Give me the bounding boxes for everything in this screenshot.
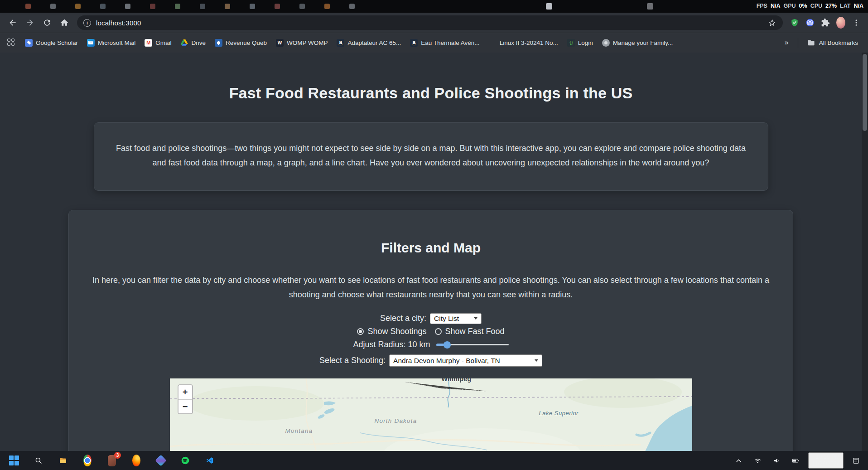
tab-favicon[interactable]	[275, 4, 280, 9]
tab-favicon[interactable]	[546, 3, 552, 10]
chrome-button[interactable]	[81, 454, 94, 467]
filters-and-map-card: Filters and Map In here, you can filter …	[68, 210, 793, 451]
vscode-button[interactable]	[203, 454, 217, 467]
tab-favicon[interactable]	[150, 4, 155, 9]
tab-favicon[interactable]	[25, 4, 31, 9]
extensions-button[interactable]	[818, 15, 833, 30]
bookmark-label: Microsoft Mail	[98, 39, 135, 46]
taskbar-search-button[interactable]	[32, 454, 45, 467]
bookmark-drive[interactable]: Drive	[177, 37, 210, 49]
browser-menu-button[interactable]	[849, 15, 863, 30]
bookmark-manage-family[interactable]: Manage your Family...	[598, 37, 677, 49]
bookmark-star-icon[interactable]	[768, 19, 776, 27]
page-scrollbar[interactable]	[862, 53, 868, 451]
wifi-indicator[interactable]	[751, 456, 764, 465]
shield-check-icon	[790, 18, 799, 28]
bookmark-microsoft-mail[interactable]: Microsoft Mail	[83, 37, 140, 49]
show-fastfood-radio[interactable]	[435, 328, 442, 335]
tab-favicon[interactable]	[647, 3, 653, 10]
diamond-app-icon	[155, 455, 166, 466]
zoom-in-button[interactable]: +	[178, 385, 192, 399]
leaflet-map[interactable]: Winnipeg North Dakota Lake Superior Mont…	[170, 378, 692, 451]
taskbar-clock[interactable]: 10:19 PM 11/26/2024	[808, 452, 844, 469]
bookmark-linux-course[interactable]: Linux II 3-20241 No...	[485, 37, 562, 49]
page-content: Fast Food Restaurants and Police Shootin…	[0, 84, 862, 451]
radius-label: Adjust Radius: 10 km	[353, 340, 430, 349]
firefox-button[interactable]	[130, 454, 143, 467]
bookmark-login[interactable]: Login	[563, 37, 597, 49]
adblock-extension-button[interactable]	[787, 15, 802, 30]
tab-favicon[interactable]	[200, 4, 205, 9]
react-devtools-extension-button[interactable]	[803, 15, 817, 30]
chevron-down-icon	[535, 359, 538, 362]
revenu-quebec-icon	[215, 39, 222, 47]
site-info-icon[interactable]: i	[83, 19, 91, 27]
file-explorer-button[interactable]	[56, 454, 70, 467]
folder-icon	[807, 39, 815, 47]
battery-indicator[interactable]	[789, 456, 802, 465]
notifying-app-button[interactable]: 3	[105, 454, 119, 467]
zoom-out-button[interactable]: −	[178, 399, 192, 413]
bookmark-revenue-quebec[interactable]: Revenue Queb	[211, 37, 271, 49]
radius-slider[interactable]	[436, 341, 509, 349]
diamond-app-button[interactable]	[154, 454, 168, 467]
tab-favicon[interactable]	[349, 4, 355, 9]
forward-button[interactable]	[22, 15, 38, 31]
page-viewport: Fast Food Restaurants and Police Shootin…	[0, 53, 868, 451]
spotify-button[interactable]	[178, 454, 192, 467]
tab-favicon[interactable]	[175, 4, 180, 9]
bookmark-label: Drive	[192, 39, 206, 46]
bookmark-womp-womp[interactable]: WOMP WOMP	[272, 37, 332, 49]
tab-favicon[interactable]	[299, 4, 305, 9]
back-button[interactable]	[5, 15, 21, 31]
perf-lat-value: N/A	[854, 3, 863, 9]
home-button[interactable]	[56, 15, 72, 31]
tab-favicon[interactable]	[250, 4, 255, 9]
map-tiles	[170, 378, 692, 451]
tab-favicon[interactable]	[75, 4, 81, 9]
bookmark-google-scholar[interactable]: Google Scholar	[21, 37, 82, 49]
bookmark-gmail[interactable]: Gmail	[140, 37, 175, 49]
tab-favicon[interactable]	[324, 4, 330, 9]
bookmarks-overflow-chevron[interactable]: »	[780, 39, 793, 47]
speaker-icon	[773, 457, 781, 465]
page-title: Fast Food Restaurants and Police Shootin…	[0, 84, 862, 102]
reload-icon	[43, 18, 52, 27]
shooting-select-row: Select a Shooting: Andra Devon Murphy - …	[81, 354, 781, 367]
address-bar[interactable]: i localhost:3000	[77, 15, 783, 30]
map-zoom-control: + −	[178, 384, 193, 414]
code-brackets-icon	[567, 39, 575, 47]
taskbar-apps: 3	[7, 454, 217, 467]
map-label-lake-superior: Lake Superior	[539, 410, 579, 417]
all-bookmarks-button[interactable]: All Bookmarks	[803, 37, 863, 49]
shooting-select[interactable]: Andra Devon Murphy - Bolivar, TN	[389, 354, 542, 367]
reload-button[interactable]	[39, 15, 55, 31]
notification-center-button[interactable]	[849, 456, 863, 465]
bookmarks-divider	[798, 38, 798, 48]
bookmark-label: Gmail	[155, 39, 171, 46]
pinned-tab-favicons[interactable]	[25, 4, 355, 9]
url-text[interactable]: localhost:3000	[96, 19, 141, 27]
show-shootings-radio[interactable]	[357, 328, 364, 335]
perf-cpu-value: 27%	[825, 3, 837, 9]
bookmark-adaptateur-ac[interactable]: Adaptateur AC 65...	[333, 37, 405, 49]
profile-button[interactable]	[834, 15, 848, 30]
scrollbar-thumb[interactable]	[863, 54, 867, 131]
tray-chevron-up[interactable]	[732, 456, 745, 465]
bookmark-label: Adaptateur AC 65...	[347, 39, 401, 46]
tab-favicon[interactable]	[50, 4, 56, 9]
chevron-down-icon	[474, 317, 477, 320]
start-button[interactable]	[7, 454, 21, 467]
battery-icon	[792, 457, 800, 465]
tab-favicon[interactable]	[125, 4, 130, 9]
city-select[interactable]: City List	[430, 313, 482, 324]
apps-grid-icon[interactable]	[7, 39, 15, 47]
chrome-icon	[83, 455, 92, 466]
tab-favicon[interactable]	[100, 4, 106, 9]
map-label-montana: Montana	[285, 427, 313, 434]
slider-thumb[interactable]	[444, 341, 451, 349]
drive-icon	[181, 39, 188, 47]
volume-indicator[interactable]	[770, 456, 783, 465]
tab-favicon[interactable]	[225, 4, 230, 9]
bookmark-eau-thermale[interactable]: Eau Thermale Avèn...	[406, 37, 483, 49]
